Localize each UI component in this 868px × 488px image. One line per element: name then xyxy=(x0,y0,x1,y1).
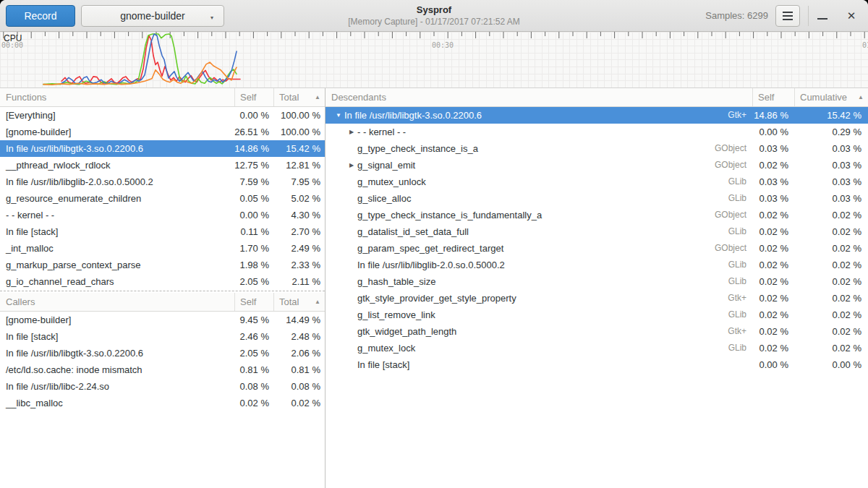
function-name: [gnome-builder] xyxy=(0,312,234,328)
samples-count: Samples: 6299 xyxy=(705,10,768,21)
function-name: g_io_channel_read_chars xyxy=(0,273,234,290)
function-name: __libc_malloc xyxy=(0,395,234,411)
table-row[interactable]: g_io_channel_read_chars2.05 %2.11 % xyxy=(0,273,325,290)
cumulative-percent: 0.29 % xyxy=(794,124,868,140)
table-row[interactable]: In file /usr/lib/libglib-2.0.so.0.5000.2… xyxy=(0,174,325,190)
tree-row[interactable]: gtk_widget_path_lengthGtk+0.02 %0.02 % xyxy=(326,323,868,340)
self-percent: 0.02 % xyxy=(234,395,273,411)
target-selector-dropdown[interactable]: gnome-builder ▾ xyxy=(81,5,224,27)
total-percent: 2.11 % xyxy=(273,273,325,290)
total-percent: 100.00 % xyxy=(273,124,325,140)
column-header-descendants[interactable]: Descendants xyxy=(326,88,752,106)
function-name: [gnome-builder] xyxy=(0,124,234,140)
tree-row[interactable]: In file [stack]0.00 %0.00 % xyxy=(326,356,868,373)
tree-row[interactable]: ▶g_signal_emitGObject0.02 %0.03 % xyxy=(326,157,868,174)
descendant-name-cell: gtk_style_provider_get_style_propertyGtk… xyxy=(326,290,752,307)
self-percent: 2.05 % xyxy=(234,345,273,361)
table-row[interactable]: - - kernel - -0.00 %4.30 % xyxy=(0,207,325,223)
library-badge: Gtk+ xyxy=(728,323,752,340)
tree-row[interactable]: g_mutex_unlockGLib0.03 %0.03 % xyxy=(326,174,868,190)
cumulative-percent: 0.02 % xyxy=(794,323,868,340)
tree-row[interactable]: g_slice_allocGLib0.03 %0.03 % xyxy=(326,190,868,207)
function-name: [Everything] xyxy=(0,107,234,124)
table-row[interactable]: In file [stack]2.46 %2.48 % xyxy=(0,328,325,345)
self-percent: 0.11 % xyxy=(234,223,273,240)
descendant-name-cell: g_hash_table_sizeGLib xyxy=(326,273,752,290)
tree-row[interactable]: g_type_check_instance_is_aGObject0.03 %0… xyxy=(326,140,868,157)
self-percent: 7.59 % xyxy=(234,174,273,190)
column-header-total[interactable]: Total ▲ xyxy=(273,293,325,311)
record-button[interactable]: Record xyxy=(6,5,75,27)
self-percent: 0.00 % xyxy=(752,356,794,373)
self-percent: 14.86 % xyxy=(752,107,794,124)
function-name: g_signal_emit xyxy=(357,157,415,174)
total-percent: 14.49 % xyxy=(273,312,325,328)
self-percent: 0.02 % xyxy=(752,323,794,340)
callers-table: [gnome-builder]9.45 %14.49 %In file [sta… xyxy=(0,312,325,411)
cumulative-percent: 15.42 % xyxy=(794,107,868,124)
function-name: g_resource_enumerate_children xyxy=(0,190,234,207)
close-button[interactable]: ✕ xyxy=(841,5,862,27)
function-name: In file [stack] xyxy=(0,328,234,345)
tree-row[interactable]: g_type_check_instance_is_fundamentally_a… xyxy=(326,207,868,223)
table-row[interactable]: __pthread_rwlock_rdlock12.75 %12.81 % xyxy=(0,157,325,174)
tree-row[interactable]: g_mutex_lockGLib0.02 %0.02 % xyxy=(326,340,868,356)
table-row[interactable]: /etc/ld.so.cache: inode mismatch0.81 %0.… xyxy=(0,361,325,378)
table-row[interactable]: [gnome-builder]26.51 %100.00 % xyxy=(0,124,325,140)
column-header-self[interactable]: Self xyxy=(234,88,273,106)
table-row[interactable]: In file [stack]0.11 %2.70 % xyxy=(0,223,325,240)
self-percent: 0.81 % xyxy=(234,361,273,378)
table-row[interactable]: __libc_malloc0.02 %0.02 % xyxy=(0,395,325,411)
descendant-name-cell: ▶g_signal_emitGObject xyxy=(326,157,752,174)
column-header-total-label: Total xyxy=(279,92,299,103)
descendant-name-cell: g_list_remove_linkGLib xyxy=(326,307,752,323)
total-percent: 2.70 % xyxy=(273,223,325,240)
self-percent: 0.02 % xyxy=(752,157,794,174)
table-row[interactable]: [gnome-builder]9.45 %14.49 % xyxy=(0,312,325,328)
cpu-graph[interactable]: CPU 00:00 00:30 01:00 xyxy=(0,32,868,88)
descendants-table-header: Descendants Self Cumulative ▲ xyxy=(326,88,868,107)
table-row[interactable]: g_resource_enumerate_children0.05 %5.02 … xyxy=(0,190,325,207)
tree-row[interactable]: g_hash_table_sizeGLib0.02 %0.02 % xyxy=(326,273,868,290)
minimize-button[interactable] xyxy=(812,5,833,27)
tree-row[interactable]: ▶- - kernel - -0.00 %0.29 % xyxy=(326,124,868,140)
column-header-total[interactable]: Total ▲ xyxy=(273,88,325,106)
tree-row[interactable]: g_param_spec_get_redirect_targetGObject0… xyxy=(326,240,868,257)
table-row[interactable]: In file /usr/lib/libgtk-3.so.0.2200.62.0… xyxy=(0,345,325,361)
column-header-self[interactable]: Self xyxy=(234,293,273,311)
column-header-self[interactable]: Self xyxy=(752,88,794,106)
tree-row[interactable]: g_datalist_id_set_data_fullGLib0.02 %0.0… xyxy=(326,223,868,240)
menu-button[interactable] xyxy=(775,5,800,27)
function-name: __pthread_rwlock_rdlock xyxy=(0,157,234,174)
table-row[interactable]: _int_malloc1.70 %2.49 % xyxy=(0,240,325,257)
capture-subtitle: [Memory Capture] - 01/17/2017 07:21:52 A… xyxy=(231,17,637,27)
function-name: In file /usr/lib/libgtk-3.so.0.2200.6 xyxy=(344,107,482,124)
descendant-name-cell: gtk_widget_path_lengthGtk+ xyxy=(326,323,752,340)
self-percent: 2.46 % xyxy=(234,328,273,345)
header-bar: Record gnome-builder ▾ Sysprof [Memory C… xyxy=(0,0,868,32)
tree-row[interactable]: In file /usr/lib/libglib-2.0.so.0.5000.2… xyxy=(326,257,868,273)
library-badge: GLib xyxy=(728,257,752,273)
total-percent: 5.02 % xyxy=(273,190,325,207)
column-header-callers[interactable]: Callers xyxy=(0,293,234,311)
total-percent: 100.00 % xyxy=(273,107,325,124)
table-row[interactable]: In file /usr/lib/libgtk-3.so.0.2200.614.… xyxy=(0,140,325,157)
expander-expanded-icon[interactable]: ▼ xyxy=(333,107,344,124)
expander-collapsed-icon[interactable]: ▶ xyxy=(346,124,357,140)
self-percent: 14.86 % xyxy=(234,140,273,157)
cumulative-percent: 0.03 % xyxy=(794,190,868,207)
tree-row[interactable]: g_list_remove_linkGLib0.02 %0.02 % xyxy=(326,307,868,323)
cumulative-percent: 0.03 % xyxy=(794,174,868,190)
self-percent: 1.70 % xyxy=(234,240,273,257)
table-row[interactable]: g_markup_parse_context_parse1.98 %2.33 % xyxy=(0,257,325,273)
table-row[interactable]: [Everything]0.00 %100.00 % xyxy=(0,107,325,124)
library-badge: GLib xyxy=(728,273,752,290)
column-header-cumulative[interactable]: Cumulative ▲ xyxy=(794,88,868,106)
tree-row[interactable]: gtk_style_provider_get_style_propertyGtk… xyxy=(326,290,868,307)
expander-collapsed-icon[interactable]: ▶ xyxy=(346,157,357,174)
column-header-functions[interactable]: Functions xyxy=(0,88,234,106)
table-row[interactable]: In file /usr/lib/libc-2.24.so0.08 %0.08 … xyxy=(0,378,325,395)
cumulative-percent: 0.02 % xyxy=(794,307,868,323)
library-badge: GLib xyxy=(728,190,752,207)
tree-row[interactable]: ▼In file /usr/lib/libgtk-3.so.0.2200.6Gt… xyxy=(326,107,868,124)
